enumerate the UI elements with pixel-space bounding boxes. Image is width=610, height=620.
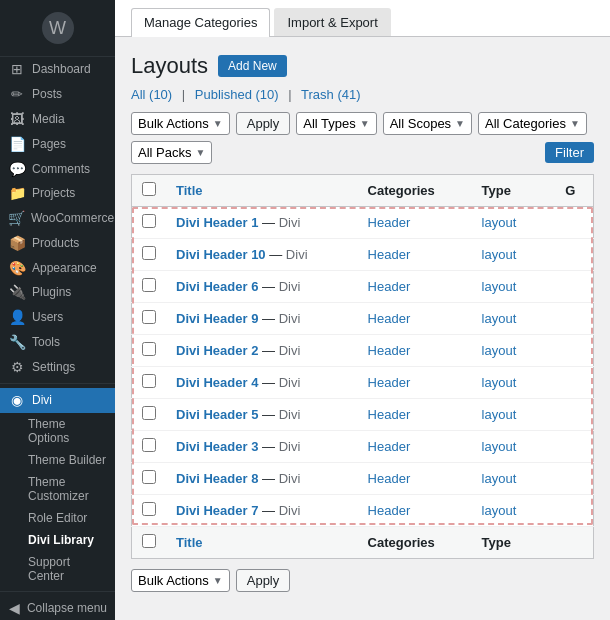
sidebar-item-comments[interactable]: 💬 Comments xyxy=(0,156,115,181)
row-checkbox[interactable] xyxy=(142,502,156,516)
row-dash: — xyxy=(269,247,286,262)
row-type-link[interactable]: layout xyxy=(482,503,517,518)
select-all-checkbox[interactable] xyxy=(142,182,156,196)
th-g: G xyxy=(555,175,593,207)
row-category-link[interactable]: Header xyxy=(368,503,411,518)
sidebar-sub-theme-builder[interactable]: Theme Builder xyxy=(0,449,115,471)
select-all-checkbox-bottom[interactable] xyxy=(142,534,156,548)
sidebar-collapse-label: Collapse menu xyxy=(27,601,107,615)
row-category-link[interactable]: Header xyxy=(368,343,411,358)
row-checkbox[interactable] xyxy=(142,438,156,452)
sidebar-item-dashboard[interactable]: ⊞ Dashboard xyxy=(0,57,115,82)
row-dash: — xyxy=(262,343,279,358)
sidebar-item-tools[interactable]: 🔧 Tools xyxy=(0,330,115,355)
sidebar-item-users[interactable]: 👤 Users xyxy=(0,305,115,330)
row-checkbox[interactable] xyxy=(142,406,156,420)
tab-import-export[interactable]: Import & Export xyxy=(274,8,390,36)
row-category-link[interactable]: Header xyxy=(368,279,411,294)
row-type-cell: layout xyxy=(472,495,556,527)
th-title: Title xyxy=(166,175,358,207)
row-type-cell: layout xyxy=(472,207,556,239)
row-category-link[interactable]: Header xyxy=(368,375,411,390)
apply-button-top[interactable]: Apply xyxy=(236,112,291,135)
row-type-link[interactable]: layout xyxy=(482,279,517,294)
row-g-cell xyxy=(555,239,593,271)
bulk-actions-select-bottom[interactable]: Bulk Actions ▼ xyxy=(131,569,230,592)
row-title-link[interactable]: Divi Header 10 xyxy=(176,247,266,262)
row-divi: Divi xyxy=(279,311,301,326)
all-categories-select[interactable]: All Categories ▼ xyxy=(478,112,587,135)
sidebar-item-posts[interactable]: ✏ Posts xyxy=(0,82,115,107)
row-title-link[interactable]: Divi Header 2 xyxy=(176,343,258,358)
sidebar-sub-theme-customizer[interactable]: Theme Customizer xyxy=(0,471,115,507)
tab-manage-categories[interactable]: Manage Categories xyxy=(131,8,270,37)
row-checkbox[interactable] xyxy=(142,342,156,356)
sidebar-item-plugins[interactable]: 🔌 Plugins xyxy=(0,280,115,305)
row-type-link[interactable]: layout xyxy=(482,439,517,454)
filter-button[interactable]: Filter xyxy=(545,142,594,163)
row-title-link[interactable]: Divi Header 8 xyxy=(176,471,258,486)
row-title-cell: Divi Header 4 — Divi xyxy=(166,367,358,399)
row-type-link[interactable]: layout xyxy=(482,375,517,390)
filter-all[interactable]: All (10) xyxy=(131,87,172,102)
sidebar-item-pages[interactable]: 📄 Pages xyxy=(0,131,115,156)
row-title-link[interactable]: Divi Header 4 xyxy=(176,375,258,390)
table-body: Divi Header 1 — Divi Header layout Divi … xyxy=(132,207,594,527)
sidebar-item-woocommerce[interactable]: 🛒 WooCommerce xyxy=(0,206,115,231)
filter-trash[interactable]: Trash (41) xyxy=(301,87,360,102)
sidebar-item-appearance[interactable]: 🎨 Appearance xyxy=(0,255,115,280)
row-category-link[interactable]: Header xyxy=(368,247,411,262)
sidebar-item-projects[interactable]: 📁 Projects xyxy=(0,181,115,206)
row-g-cell xyxy=(555,399,593,431)
layouts-table: Title Categories Type G Divi Header 1 — … xyxy=(131,174,594,559)
sidebar-item-collapse[interactable]: ◀ Collapse menu xyxy=(0,595,115,620)
row-checkbox[interactable] xyxy=(142,310,156,324)
chevron-down-icon: ▼ xyxy=(213,118,223,129)
sidebar-sub-divi-library[interactable]: Divi Library xyxy=(0,529,115,551)
row-title-link[interactable]: Divi Header 5 xyxy=(176,407,258,422)
filter-links: All (10) | Published (10) | Trash (41) xyxy=(131,87,594,102)
sidebar-item-media[interactable]: 🖼 Media xyxy=(0,107,115,132)
apply-button-bottom[interactable]: Apply xyxy=(236,569,291,592)
all-packs-select[interactable]: All Packs ▼ xyxy=(131,141,212,164)
row-type-link[interactable]: layout xyxy=(482,247,517,262)
sidebar-sub-role-editor[interactable]: Role Editor xyxy=(0,507,115,529)
row-category-link[interactable]: Header xyxy=(368,439,411,454)
th-title-link[interactable]: Title xyxy=(176,183,203,198)
row-title-link[interactable]: Divi Header 1 xyxy=(176,215,258,230)
row-type-link[interactable]: layout xyxy=(482,343,517,358)
sidebar-item-settings[interactable]: ⚙ Settings xyxy=(0,354,115,379)
row-category-link[interactable]: Header xyxy=(368,215,411,230)
filter-published[interactable]: Published (10) xyxy=(195,87,279,102)
settings-icon: ⚙ xyxy=(8,359,26,375)
row-category-link[interactable]: Header xyxy=(368,407,411,422)
all-scopes-select[interactable]: All Scopes ▼ xyxy=(383,112,472,135)
row-category-link[interactable]: Header xyxy=(368,311,411,326)
add-new-button[interactable]: Add New xyxy=(218,55,287,77)
row-type-link[interactable]: layout xyxy=(482,215,517,230)
row-checkbox[interactable] xyxy=(142,374,156,388)
sidebar-item-divi[interactable]: ◉ Divi xyxy=(0,388,115,413)
row-category-link[interactable]: Header xyxy=(368,471,411,486)
tf-type: Type xyxy=(472,527,556,559)
row-type-link[interactable]: layout xyxy=(482,311,517,326)
row-title-link[interactable]: Divi Header 6 xyxy=(176,279,258,294)
all-types-select[interactable]: All Types ▼ xyxy=(296,112,376,135)
row-dash: — xyxy=(262,503,279,518)
sidebar-sub-theme-options[interactable]: Theme Options xyxy=(0,413,115,449)
row-checkbox[interactable] xyxy=(142,278,156,292)
row-checkbox[interactable] xyxy=(142,214,156,228)
row-type-cell: layout xyxy=(472,239,556,271)
row-checkbox[interactable] xyxy=(142,246,156,260)
bulk-actions-select[interactable]: Bulk Actions ▼ xyxy=(131,112,230,135)
row-title-link[interactable]: Divi Header 7 xyxy=(176,503,258,518)
row-title-link[interactable]: Divi Header 3 xyxy=(176,439,258,454)
row-checkbox[interactable] xyxy=(142,470,156,484)
row-type-link[interactable]: layout xyxy=(482,471,517,486)
row-type-link[interactable]: layout xyxy=(482,407,517,422)
row-divi: Divi xyxy=(279,343,301,358)
sidebar-item-products[interactable]: 📦 Products xyxy=(0,230,115,255)
row-title-link[interactable]: Divi Header 9 xyxy=(176,311,258,326)
tf-title-link[interactable]: Title xyxy=(176,535,203,550)
sidebar-sub-support-center[interactable]: Support Center xyxy=(0,551,115,587)
